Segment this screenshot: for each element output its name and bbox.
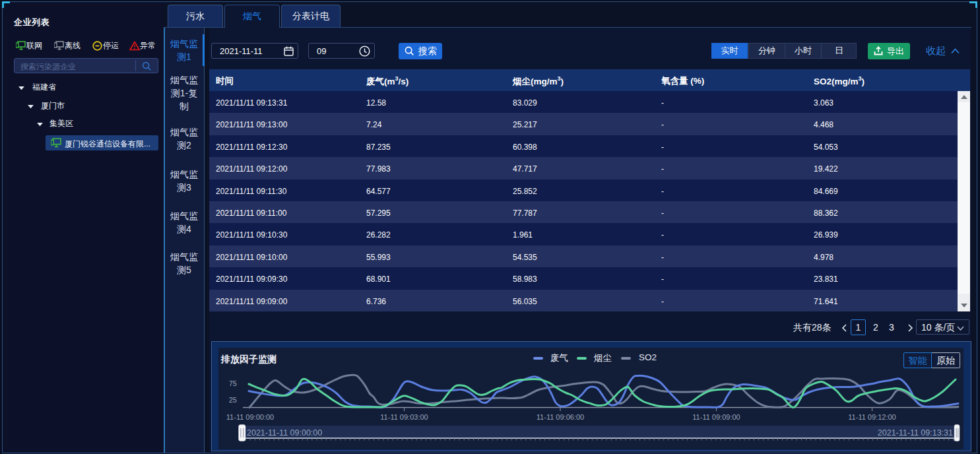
- svg-text:25: 25: [229, 396, 237, 404]
- svg-text:11-11 09:00:00: 11-11 09:00:00: [226, 413, 274, 421]
- svg-text:2021-11-11 09:13:31: 2021-11-11 09:13:31: [878, 428, 953, 438]
- svg-text:11-11 09:03:00: 11-11 09:03:00: [380, 413, 428, 421]
- svg-text:2021-11-11 09:00:00: 2021-11-11 09:00:00: [247, 428, 322, 438]
- svg-text:11-11 09:06:00: 11-11 09:06:00: [537, 413, 584, 421]
- svg-text:11-11 09:12:00: 11-11 09:12:00: [848, 413, 896, 421]
- svg-text:11-11 09:09:00: 11-11 09:09:00: [692, 413, 740, 421]
- svg-text:75: 75: [229, 379, 237, 387]
